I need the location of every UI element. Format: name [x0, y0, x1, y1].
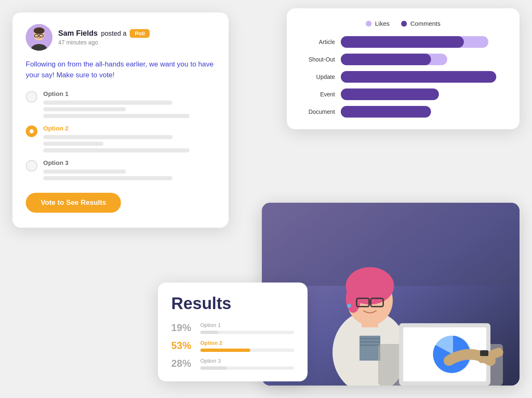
bar-comments	[341, 88, 439, 100]
result-right-1: Option 1	[200, 322, 294, 334]
chart-bar-group	[341, 88, 505, 100]
poll-time: 47 minutes ago	[58, 39, 150, 46]
result-percent-3: 28%	[171, 358, 196, 369]
poll-author-name-line: Sam Fields posted a Poll	[58, 29, 150, 38]
bar-comments	[341, 106, 431, 118]
likes-label: Likes	[375, 20, 389, 27]
svg-point-3	[34, 27, 44, 34]
list-item: Document	[302, 106, 505, 118]
list-item: 19% Option 1	[171, 322, 294, 334]
radio-option-1[interactable]	[26, 91, 37, 103]
result-bar-fill-3	[200, 366, 227, 370]
result-label-2: Option 2	[200, 340, 294, 346]
option-content-2: Option 2	[43, 125, 215, 152]
option-content-1: Option 1	[43, 90, 215, 118]
chart-card: Likes Comments Article Shout-Out Update	[287, 8, 520, 129]
svg-rect-20	[360, 338, 380, 339]
skeleton-line	[43, 101, 172, 105]
comments-dot	[401, 21, 407, 27]
skeleton-1	[43, 101, 215, 118]
row-label: Event	[302, 91, 335, 98]
result-bar-track-3	[200, 366, 294, 370]
results-title: Results	[171, 294, 294, 313]
legend-likes: Likes	[366, 20, 389, 27]
likes-dot	[366, 21, 372, 27]
row-label: Update	[302, 74, 335, 80]
result-bar-track-1	[200, 331, 294, 334]
result-bar-fill-1	[200, 331, 218, 334]
skeleton-line	[43, 170, 126, 174]
result-label-1: Option 1	[200, 322, 294, 328]
chart-rows: Article Shout-Out Update Event	[302, 36, 505, 118]
bar-comments	[341, 36, 464, 48]
result-right-3: Option 3	[200, 358, 294, 370]
svg-rect-9	[262, 203, 520, 286]
svg-point-18	[347, 304, 351, 308]
result-bar-fill-2	[200, 349, 250, 352]
svg-rect-27	[480, 350, 488, 356]
result-bar-track-2	[200, 349, 294, 352]
chart-bar-group	[341, 54, 505, 65]
result-label-3: Option 3	[200, 358, 294, 364]
chart-bar-group	[341, 36, 505, 48]
avatar	[26, 24, 52, 51]
list-item: Event	[302, 88, 505, 100]
legend-comments: Comments	[401, 20, 441, 27]
option-label-3: Option 3	[43, 159, 215, 166]
svg-rect-22	[360, 344, 380, 346]
vote-button[interactable]: Vote to See Results	[26, 193, 121, 213]
skeleton-line	[43, 176, 172, 180]
bar-comments	[341, 71, 496, 83]
list-item: Shout-Out	[302, 54, 505, 65]
author-name: Sam Fields	[58, 29, 98, 38]
skeleton-3	[43, 170, 215, 180]
skeleton-line	[43, 107, 126, 111]
poll-header: Sam Fields posted a Poll 47 minutes ago	[26, 24, 215, 51]
posted-text: posted a	[101, 30, 126, 37]
chart-bar-group	[341, 71, 505, 83]
list-item: 28% Option 3	[171, 358, 294, 370]
chart-bar-group	[341, 106, 505, 118]
poll-question: Following on from the all-hands earlier,…	[26, 59, 215, 80]
list-item: Article	[302, 36, 505, 48]
results-rows: 19% Option 1 53% Option 2 28% Option 3	[171, 322, 294, 370]
skeleton-2	[43, 135, 215, 152]
row-label: Document	[302, 108, 335, 115]
svg-rect-21	[360, 341, 380, 343]
chart-legend: Likes Comments	[302, 20, 505, 27]
bar-comments	[341, 54, 431, 65]
radio-option-3[interactable]	[26, 160, 37, 172]
option-label-1: Option 1	[43, 90, 215, 97]
poll-card: Sam Fields posted a Poll 47 minutes ago …	[12, 12, 229, 228]
result-right-2: Option 2	[200, 340, 294, 352]
row-label: Article	[302, 39, 335, 45]
poll-options: Option 1 Option 2	[26, 90, 215, 180]
result-percent-1: 19%	[171, 322, 196, 334]
row-label: Shout-Out	[302, 56, 335, 63]
skeleton-line	[43, 142, 103, 146]
option-content-3: Option 3	[43, 159, 215, 180]
radio-option-2[interactable]	[26, 125, 37, 137]
poll-author-info: Sam Fields posted a Poll 47 minutes ago	[58, 29, 150, 46]
list-item[interactable]: Option 1	[26, 90, 215, 118]
list-item: 53% Option 2	[171, 340, 294, 352]
option-label-2: Option 2	[43, 125, 215, 132]
list-item: Update	[302, 71, 505, 83]
comments-label: Comments	[410, 20, 441, 27]
results-card: Results 19% Option 1 53% Option 2	[158, 283, 308, 381]
poll-badge: Poll	[130, 29, 150, 38]
list-item[interactable]: Option 2	[26, 125, 215, 152]
skeleton-line	[43, 114, 190, 118]
skeleton-line	[43, 135, 172, 139]
list-item[interactable]: Option 3	[26, 159, 215, 180]
result-percent-2: 53%	[171, 340, 196, 351]
skeleton-line	[43, 148, 190, 152]
